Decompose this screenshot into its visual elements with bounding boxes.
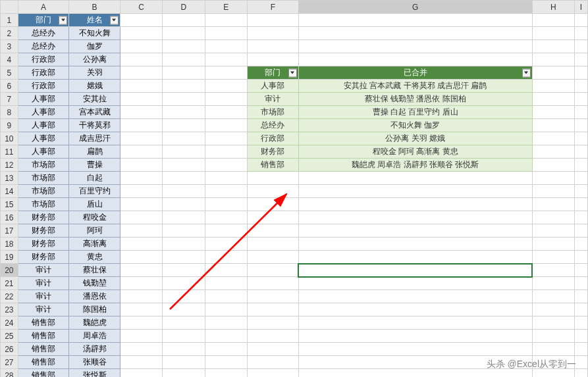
cell[interactable]: 部门 [247, 66, 298, 80]
row-header[interactable]: 3 [1, 40, 18, 53]
cell[interactable]: 曹操 [69, 159, 120, 172]
cell[interactable] [532, 224, 574, 238]
cell[interactable] [532, 211, 574, 224]
cell[interactable]: 审计 [18, 303, 69, 316]
cell[interactable] [120, 106, 162, 119]
cell[interactable] [298, 40, 532, 53]
cell[interactable] [120, 238, 162, 251]
cell[interactable] [120, 93, 162, 106]
cell[interactable]: 审计 [247, 93, 298, 106]
cell[interactable] [163, 132, 205, 145]
cell[interactable]: 安其拉 宫本武藏 干将莫邪 成吉思汗 扁鹊 [298, 80, 532, 93]
cell[interactable]: 销售部 [18, 316, 69, 330]
cell[interactable]: 审计 [18, 290, 69, 303]
cell[interactable]: 销售部 [18, 369, 69, 378]
cell[interactable]: 人事部 [247, 80, 298, 93]
cell[interactable] [247, 14, 298, 27]
filter-dropdown-icon[interactable] [59, 16, 67, 24]
cell[interactable]: 陈国柏 [69, 303, 120, 316]
col-header-F[interactable]: F [247, 1, 298, 14]
row-header[interactable]: 13 [1, 172, 18, 185]
cell[interactable] [532, 53, 574, 66]
cell[interactable]: 市场部 [18, 172, 69, 185]
cell[interactable] [532, 198, 574, 211]
cell[interactable] [532, 27, 574, 40]
cell[interactable]: 伽罗 [69, 40, 120, 53]
cell[interactable] [298, 27, 532, 40]
cell[interactable] [205, 106, 247, 119]
cell[interactable] [298, 316, 532, 330]
cell[interactable] [532, 80, 574, 93]
cell[interactable] [163, 27, 205, 40]
cell[interactable] [163, 106, 205, 119]
cell[interactable] [163, 172, 205, 185]
cell[interactable] [205, 93, 247, 106]
cell[interactable] [574, 303, 587, 316]
cell[interactable] [532, 40, 574, 53]
cell[interactable]: 蔡壮保 钱勤堃 潘恩依 陈国柏 [298, 93, 532, 106]
row-header[interactable]: 7 [1, 93, 18, 106]
cell[interactable] [120, 343, 162, 356]
cell[interactable]: 钱勤堃 [69, 277, 120, 290]
cell[interactable] [574, 132, 587, 145]
cell[interactable]: 蔡壮保 [69, 264, 120, 277]
cell[interactable] [163, 251, 205, 264]
cell[interactable] [120, 185, 162, 198]
cell[interactable] [532, 343, 574, 356]
cell[interactable] [120, 119, 162, 132]
cell[interactable]: 总经办 [247, 119, 298, 132]
cell[interactable] [247, 356, 298, 369]
cell[interactable] [532, 316, 574, 330]
cell[interactable]: 行政部 [247, 132, 298, 145]
cell[interactable] [205, 27, 247, 40]
cell[interactable]: 宫本武藏 [69, 106, 120, 119]
row-header[interactable]: 5 [1, 66, 18, 80]
cell[interactable]: 销售部 [18, 330, 69, 343]
cell[interactable]: 关羽 [69, 66, 120, 80]
cell[interactable] [120, 369, 162, 378]
cell[interactable] [205, 290, 247, 303]
cell[interactable] [574, 40, 587, 53]
cell[interactable] [120, 145, 162, 159]
cell[interactable] [205, 303, 247, 316]
col-header-D[interactable]: D [163, 1, 205, 14]
cell[interactable] [574, 53, 587, 66]
row-header[interactable]: 14 [1, 185, 18, 198]
cell[interactable] [574, 277, 587, 290]
row-header[interactable]: 4 [1, 53, 18, 66]
cell[interactable]: 阿珂 [69, 224, 120, 238]
cell[interactable] [205, 119, 247, 132]
cell[interactable] [163, 224, 205, 238]
cell[interactable]: 魏皑虎 周卓浩 汤辟邦 张顺谷 张悦斯 [298, 159, 532, 172]
cell[interactable] [247, 185, 298, 198]
cell[interactable] [247, 198, 298, 211]
filter-dropdown-icon[interactable] [288, 68, 297, 77]
cell[interactable] [163, 40, 205, 53]
cell[interactable] [205, 211, 247, 224]
cell[interactable] [574, 369, 587, 378]
cell[interactable] [532, 14, 574, 27]
cell[interactable] [532, 185, 574, 198]
cell[interactable]: 张悦斯 [69, 369, 120, 378]
cell[interactable] [120, 172, 162, 185]
cell[interactable] [574, 211, 587, 224]
cell[interactable] [205, 80, 247, 93]
cell[interactable] [120, 198, 162, 211]
cell[interactable]: 行政部 [18, 80, 69, 93]
cell[interactable] [574, 66, 587, 80]
cell[interactable] [205, 238, 247, 251]
cell[interactable] [205, 356, 247, 369]
cell[interactable] [163, 53, 205, 66]
cell[interactable] [298, 172, 532, 185]
cell[interactable]: 姓名 [69, 14, 120, 27]
cell[interactable] [298, 198, 532, 211]
cell[interactable] [298, 343, 532, 356]
col-header-I[interactable]: I [574, 1, 587, 14]
row-header[interactable]: 28 [1, 369, 18, 378]
cell[interactable]: 部门 [18, 14, 69, 27]
cell[interactable] [120, 14, 162, 27]
cell[interactable]: 总经办 [18, 27, 69, 40]
cell[interactable] [247, 251, 298, 264]
cell[interactable] [120, 264, 162, 277]
col-header-H[interactable]: H [532, 1, 574, 14]
